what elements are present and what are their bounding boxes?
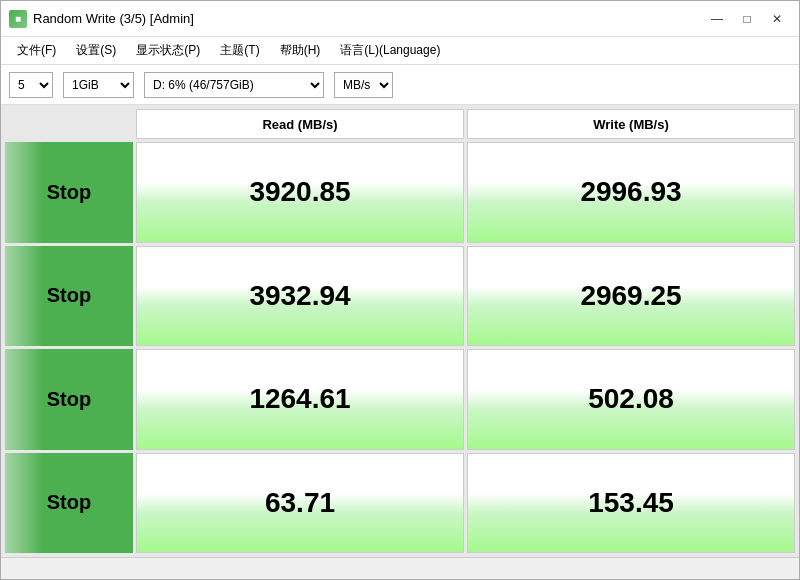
menu-settings[interactable]: 设置(S): [68, 39, 124, 62]
read-text-4: 63.71: [265, 487, 335, 519]
drive-select[interactable]: D: 6% (46/757GiB) C:: [144, 72, 324, 98]
maximize-button[interactable]: □: [733, 8, 761, 30]
size-select[interactable]: 1GiB 1MiB 512MiB 2GiB: [63, 72, 134, 98]
unit-select[interactable]: MB/s GB/s IOPS: [334, 72, 393, 98]
stop-button-3[interactable]: Stop: [5, 349, 133, 450]
title-left: ■ Random Write (3/5) [Admin]: [9, 10, 194, 28]
status-bar: [1, 557, 799, 579]
table-row: Stop 63.71 153.45: [5, 453, 795, 554]
write-value-3: 502.08: [467, 349, 795, 450]
header-read: Read (MB/s): [136, 109, 464, 139]
write-text-2: 2969.25: [580, 280, 681, 312]
window-title: Random Write (3/5) [Admin]: [33, 11, 194, 26]
read-value-4: 63.71: [136, 453, 464, 554]
read-text-3: 1264.61: [249, 383, 350, 415]
read-value-1: 3920.85: [136, 142, 464, 243]
menu-bar: 文件(F) 设置(S) 显示状态(P) 主题(T) 帮助(H) 语言(L)(La…: [1, 37, 799, 65]
menu-help[interactable]: 帮助(H): [272, 39, 329, 62]
stop-label-1: Stop: [47, 181, 91, 204]
main-content: Read (MB/s) Write (MB/s) Stop 3920.85 29…: [1, 105, 799, 557]
table-row: Stop 1264.61 502.08: [5, 349, 795, 450]
stop-button-4[interactable]: Stop: [5, 453, 133, 554]
write-text-1: 2996.93: [580, 176, 681, 208]
header-empty-cell: [5, 109, 133, 139]
menu-file[interactable]: 文件(F): [9, 39, 64, 62]
table-row: Stop 3932.94 2969.25: [5, 246, 795, 347]
read-value-2: 3932.94: [136, 246, 464, 347]
app-icon: ■: [9, 10, 27, 28]
table-row: Stop 3920.85 2996.93: [5, 142, 795, 243]
menu-language[interactable]: 语言(L)(Language): [332, 39, 448, 62]
window-controls: — □ ✕: [703, 8, 791, 30]
minimize-button[interactable]: —: [703, 8, 731, 30]
menu-view-state[interactable]: 显示状态(P): [128, 39, 208, 62]
write-text-4: 153.45: [588, 487, 674, 519]
count-select[interactable]: 5 1 2 3 10: [9, 72, 53, 98]
stop-label-2: Stop: [47, 284, 91, 307]
stop-label-3: Stop: [47, 388, 91, 411]
main-window: ■ Random Write (3/5) [Admin] — □ ✕ 文件(F)…: [0, 0, 800, 580]
stop-label-4: Stop: [47, 491, 91, 514]
title-bar: ■ Random Write (3/5) [Admin] — □ ✕: [1, 1, 799, 37]
toolbar: 5 1 2 3 10 1GiB 1MiB 512MiB 2GiB D: 6% (…: [1, 65, 799, 105]
write-text-3: 502.08: [588, 383, 674, 415]
write-value-1: 2996.93: [467, 142, 795, 243]
read-text-2: 3932.94: [249, 280, 350, 312]
stop-button-2[interactable]: Stop: [5, 246, 133, 347]
write-value-2: 2969.25: [467, 246, 795, 347]
menu-theme[interactable]: 主题(T): [212, 39, 267, 62]
close-button[interactable]: ✕: [763, 8, 791, 30]
table-header-row: Read (MB/s) Write (MB/s): [5, 109, 795, 139]
header-write: Write (MB/s): [467, 109, 795, 139]
read-value-3: 1264.61: [136, 349, 464, 450]
read-text-1: 3920.85: [249, 176, 350, 208]
write-value-4: 153.45: [467, 453, 795, 554]
stop-button-1[interactable]: Stop: [5, 142, 133, 243]
